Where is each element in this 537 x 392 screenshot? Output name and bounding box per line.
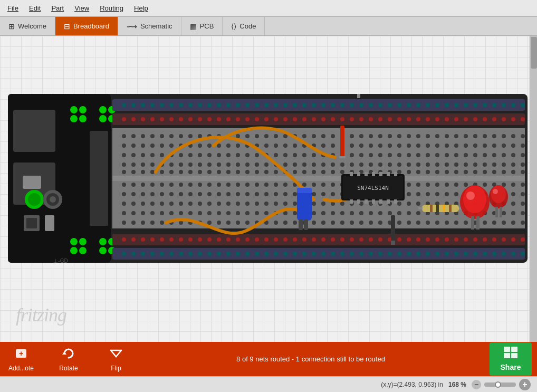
svg-point-357 bbox=[321, 183, 325, 187]
svg-point-412 bbox=[435, 192, 439, 196]
svg-point-274 bbox=[350, 162, 354, 167]
tab-code-label: Code bbox=[239, 22, 256, 30]
svg-point-58 bbox=[369, 103, 373, 107]
svg-point-121 bbox=[122, 134, 126, 138]
svg-point-676 bbox=[491, 185, 506, 203]
svg-point-145 bbox=[350, 134, 354, 138]
svg-point-353 bbox=[283, 183, 287, 187]
rotate-button[interactable]: Rotate bbox=[53, 346, 84, 372]
tab-breadboard-label: Breadboard bbox=[73, 22, 109, 30]
tab-pcb[interactable]: ▦ PCB bbox=[181, 17, 223, 35]
svg-point-278 bbox=[388, 162, 392, 167]
svg-point-323 bbox=[407, 170, 411, 174]
tab-breadboard[interactable]: ⊟ Breadboard bbox=[55, 17, 118, 35]
svg-point-36 bbox=[160, 103, 164, 107]
svg-point-216 bbox=[207, 153, 212, 157]
svg-point-495 bbox=[407, 211, 411, 215]
svg-point-483 bbox=[293, 211, 297, 215]
svg-point-396 bbox=[283, 192, 287, 196]
svg-point-535 bbox=[378, 221, 382, 225]
svg-point-63 bbox=[416, 103, 420, 107]
status-bar: (x,y)=(2.493, 0.963) in 168 % − + bbox=[0, 376, 537, 392]
tab-welcome-label: Welcome bbox=[18, 22, 46, 30]
svg-point-577 bbox=[359, 237, 363, 242]
svg-point-479 bbox=[255, 211, 259, 215]
menu-view[interactable]: View bbox=[69, 2, 94, 14]
zoom-out-button[interactable]: − bbox=[472, 380, 481, 389]
svg-point-275 bbox=[359, 162, 363, 167]
svg-point-192 bbox=[388, 144, 392, 148]
svg-point-44 bbox=[236, 103, 240, 107]
svg-point-258 bbox=[198, 162, 202, 167]
svg-point-600 bbox=[160, 252, 164, 256]
svg-point-42 bbox=[217, 103, 221, 107]
svg-point-619 bbox=[340, 252, 344, 256]
svg-point-191 bbox=[378, 144, 382, 148]
menu-edit[interactable]: Edit bbox=[24, 2, 46, 14]
zoom-in-button[interactable]: + bbox=[519, 379, 531, 390]
zoom-slider-thumb[interactable] bbox=[495, 381, 501, 388]
share-button[interactable]: Share bbox=[490, 342, 532, 376]
scrollbar-thumb[interactable] bbox=[531, 37, 537, 69]
welcome-icon: ⊞ bbox=[8, 22, 15, 31]
svg-point-307 bbox=[255, 170, 259, 174]
svg-point-316 bbox=[340, 170, 344, 174]
svg-point-334 bbox=[511, 170, 515, 174]
svg-point-553 bbox=[131, 237, 136, 242]
svg-point-326 bbox=[435, 170, 439, 174]
zoom-slider[interactable] bbox=[484, 383, 516, 387]
flip-button[interactable]: Flip bbox=[100, 346, 132, 372]
svg-point-201 bbox=[473, 144, 477, 148]
canvas-area[interactable]: fritzing bbox=[0, 36, 537, 342]
svg-point-393 bbox=[255, 192, 259, 196]
share-label: Share bbox=[501, 363, 521, 371]
svg-point-45 bbox=[245, 103, 250, 107]
svg-point-234 bbox=[378, 153, 382, 157]
tab-welcome[interactable]: ⊞ Welcome bbox=[0, 17, 55, 35]
svg-point-518 bbox=[217, 221, 221, 225]
svg-point-427 bbox=[169, 202, 174, 206]
coordinates-text: (x,y)=(2.493, 0.963) in bbox=[381, 381, 443, 388]
svg-point-43 bbox=[226, 103, 231, 107]
svg-point-59 bbox=[378, 103, 382, 107]
menu-part[interactable]: Part bbox=[46, 2, 69, 14]
menu-file[interactable]: File bbox=[2, 2, 24, 14]
svg-point-115 bbox=[492, 117, 496, 121]
svg-point-231 bbox=[350, 153, 354, 157]
svg-point-240 bbox=[435, 153, 439, 157]
svg-point-512 bbox=[160, 221, 164, 225]
svg-point-572 bbox=[312, 237, 316, 242]
svg-rect-26 bbox=[26, 218, 37, 228]
svg-point-622 bbox=[369, 252, 373, 256]
menu-help[interactable]: Help bbox=[129, 2, 154, 14]
svg-point-156 bbox=[454, 134, 458, 138]
fritzing-watermark: fritzing bbox=[16, 304, 66, 326]
svg-point-202 bbox=[483, 144, 487, 148]
svg-point-291 bbox=[511, 162, 515, 167]
svg-point-146 bbox=[359, 134, 363, 138]
svg-point-217 bbox=[217, 153, 221, 157]
svg-point-633 bbox=[473, 252, 477, 256]
svg-point-463 bbox=[511, 202, 515, 206]
svg-point-109 bbox=[435, 117, 439, 121]
svg-point-677 bbox=[493, 189, 498, 194]
menu-routing[interactable]: Routing bbox=[94, 2, 129, 14]
svg-point-150 bbox=[397, 134, 401, 138]
scrollbar-right[interactable] bbox=[530, 36, 537, 342]
svg-point-262 bbox=[236, 162, 240, 167]
svg-point-205 bbox=[511, 144, 515, 148]
svg-point-384 bbox=[169, 192, 174, 196]
svg-point-562 bbox=[217, 237, 221, 242]
add-button[interactable]: + Add...ote bbox=[5, 346, 37, 372]
svg-point-180 bbox=[274, 144, 278, 148]
tab-code[interactable]: ⟨⟩ Code bbox=[223, 17, 265, 35]
svg-point-225 bbox=[293, 153, 297, 157]
svg-rect-680 bbox=[391, 215, 395, 242]
svg-point-189 bbox=[359, 144, 363, 148]
svg-point-129 bbox=[198, 134, 202, 138]
svg-point-294 bbox=[131, 170, 136, 174]
tab-schematic[interactable]: ⟿ Schematic bbox=[118, 17, 181, 35]
svg-point-528 bbox=[312, 221, 316, 225]
svg-point-56 bbox=[350, 103, 354, 107]
svg-point-560 bbox=[198, 237, 202, 242]
